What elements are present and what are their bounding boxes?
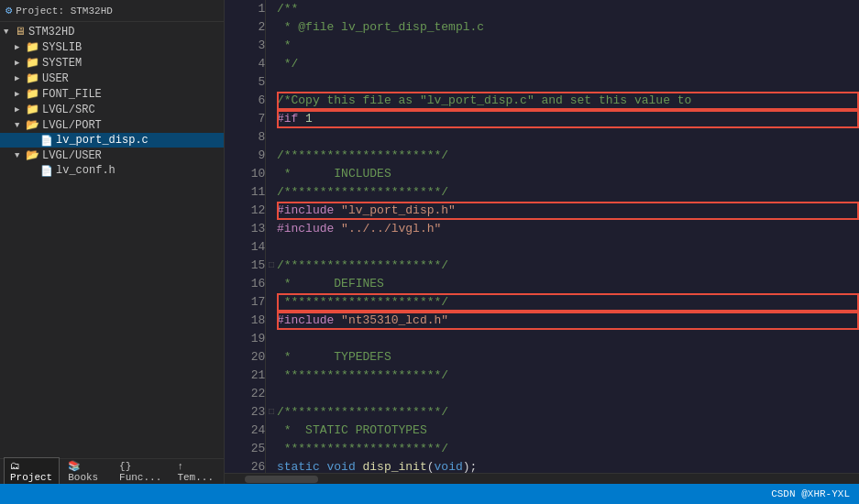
fold-indicator[interactable]: □ (266, 257, 277, 275)
tab-tem[interactable]: ↑ Tem... (171, 458, 220, 485)
code-line: /**********************/ (277, 403, 859, 422)
syslib-folder-icon: 📁 (26, 40, 39, 54)
fold-indicator (266, 55, 277, 73)
font-label: FONT_FILE (42, 88, 102, 101)
lvgl-port-folder-icon: 📂 (26, 118, 39, 132)
books-tab-icon: 📚 (68, 461, 81, 472)
fold-indicator (266, 110, 277, 128)
line-number: 14 (225, 238, 266, 257)
code-line: /**********************/ (277, 183, 859, 202)
fold-indicator (266, 147, 277, 165)
table-row: 24 * STATIC PROTOTYPES (225, 422, 859, 440)
table-row: 12#include "lv_port_disp.h" (225, 202, 859, 220)
table-row: 6/*Copy this file as "lv_port_disp.c" an… (225, 92, 859, 110)
tab-books[interactable]: 📚 Books (61, 457, 111, 484)
status-text: CSDN @XHR-YXL (771, 488, 850, 499)
fold-indicator (266, 440, 277, 458)
fold-indicator (266, 422, 277, 440)
fold-indicator (266, 128, 277, 147)
code-line (277, 330, 859, 348)
line-number: 11 (225, 183, 266, 202)
code-line: * (277, 37, 859, 55)
lv-port-disp-c-label: lv_port_disp.c (56, 134, 149, 147)
sidebar-item-lvgl-port[interactable]: ▼ 📂 LVGL/PORT (0, 117, 224, 133)
line-number: 9 (225, 147, 266, 165)
syslib-label: SYSLIB (42, 41, 82, 54)
fold-indicator (266, 220, 277, 238)
fold-indicator[interactable]: □ (266, 403, 277, 422)
table-row: 2 * @file lv_port_disp_templ.c (225, 18, 859, 37)
line-number: 21 (225, 367, 266, 385)
table-row: 15□/**********************/ (225, 257, 859, 275)
table-row: 18#include "nt35310_lcd.h" (225, 312, 859, 330)
table-row: 13#include "../../lvgl.h" (225, 220, 859, 238)
code-editor: 1/**2 * @file lv_port_disp_templ.c3 *4 *… (225, 0, 859, 484)
user-arrow: ▶ (15, 73, 26, 83)
horizontal-scrollbar[interactable] (225, 473, 859, 484)
tab-tem-label: ↑ Tem... (177, 461, 214, 483)
fold-indicator (266, 238, 277, 257)
sidebar-item-syslib[interactable]: ▶ 📁 SYSLIB (0, 39, 224, 55)
table-row: 23□/**********************/ (225, 403, 859, 422)
code-line (277, 73, 859, 92)
code-line: */ (277, 55, 859, 73)
tab-func[interactable]: {} Func... (113, 458, 169, 485)
table-row: 8 (225, 128, 859, 147)
fold-indicator (266, 367, 277, 385)
code-line: #include "nt35310_lcd.h" (277, 312, 859, 330)
line-number: 7 (225, 110, 266, 128)
table-row: 25 **********************/ (225, 440, 859, 458)
fold-indicator (266, 92, 277, 110)
sidebar-bottom-tabs: 🗂 Project 📚 Books {} Func... ↑ Tem... (0, 458, 224, 484)
table-row: 9/**********************/ (225, 147, 859, 165)
line-number: 26 (225, 458, 266, 473)
code-line: * DEFINES (277, 275, 859, 293)
code-line: **********************/ (277, 367, 859, 385)
table-row: 1/** (225, 0, 859, 18)
line-number: 5 (225, 73, 266, 92)
code-line: **********************/ (277, 440, 859, 458)
code-line: #include "lv_port_disp.h" (277, 202, 859, 220)
table-row: 7#if 1 (225, 110, 859, 128)
system-folder-icon: 📁 (26, 56, 39, 70)
fold-indicator (266, 37, 277, 55)
sidebar-item-lvgl-user[interactable]: ▼ 📂 LVGL/USER (0, 148, 224, 163)
root-arrow: ▼ (4, 27, 15, 37)
table-row: 11/**********************/ (225, 183, 859, 202)
sidebar-item-user[interactable]: ▶ 📁 USER (0, 71, 224, 86)
user-label: USER (42, 72, 69, 85)
tab-books-label: Books (68, 472, 98, 483)
line-number: 3 (225, 37, 266, 55)
code-line: #if 1 (277, 110, 859, 128)
fold-indicator (266, 385, 277, 403)
fold-indicator (266, 18, 277, 37)
root-folder-icon: 🖥 (15, 25, 26, 38)
font-folder-icon: 📁 (26, 87, 39, 101)
code-line: * @file lv_port_disp_templ.c (277, 18, 859, 37)
tab-project[interactable]: 🗂 Project (4, 457, 60, 484)
lv-conf-h-icon: 📄 (40, 165, 53, 177)
tree-root[interactable]: ▼ 🖥 STM32HD (0, 24, 224, 39)
lvgl-src-label: LVGL/SRC (42, 104, 95, 116)
sidebar-tree[interactable]: ▼ 🖥 STM32HD ▶ 📁 SYSLIB ▶ 📁 SYSTEM ▶ (0, 22, 224, 458)
table-row: 17 **********************/ (225, 293, 859, 312)
project-icon: ⚙ (6, 4, 12, 17)
sidebar-item-lv-port-disp-c[interactable]: 📄 lv_port_disp.c (0, 133, 224, 148)
code-line: /**********************/ (277, 147, 859, 165)
sidebar-item-font-file[interactable]: ▶ 📁 FONT_FILE (0, 86, 224, 102)
scrollbar-thumb[interactable] (245, 476, 318, 483)
table-row: 20 * TYPEDEFS (225, 348, 859, 367)
lvgl-src-folder-icon: 📁 (26, 103, 39, 116)
code-line: * STATIC PROTOTYPES (277, 422, 859, 440)
sidebar-title: Project: STM32HD (16, 5, 113, 16)
lvgl-user-folder-icon: 📂 (26, 148, 39, 162)
sidebar-item-lv-conf-h[interactable]: 📄 lv_conf.h (0, 163, 224, 178)
line-number: 10 (225, 165, 266, 183)
project-tab-icon: 🗂 (10, 461, 20, 472)
code-scroll-area[interactable]: 1/**2 * @file lv_port_disp_templ.c3 *4 *… (225, 0, 859, 473)
fold-indicator (266, 73, 277, 92)
fold-indicator (266, 165, 277, 183)
fold-indicator (266, 183, 277, 202)
sidebar-item-system[interactable]: ▶ 📁 SYSTEM (0, 55, 224, 71)
sidebar-item-lvgl-src[interactable]: ▶ 📁 LVGL/SRC (0, 102, 224, 117)
